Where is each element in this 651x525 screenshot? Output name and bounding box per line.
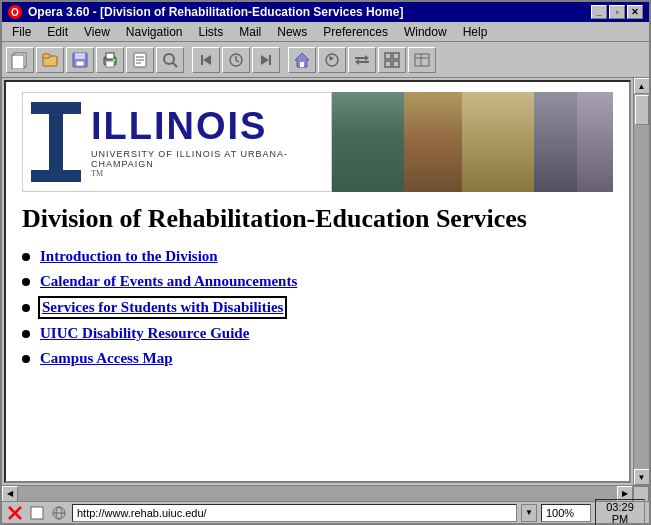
hotlist-button[interactable] [408,47,436,73]
list-item: UIUC Disability Resource Guide [22,325,613,342]
services-link[interactable]: Services for Students with Disabilities [40,298,285,317]
bullet-icon [22,355,30,363]
svg-marker-27 [365,55,369,61]
svg-rect-39 [31,507,43,519]
svg-rect-23 [300,62,304,67]
svg-rect-32 [385,61,391,67]
list-item: Calendar of Events and Announcements [22,273,613,290]
menu-news[interactable]: News [269,23,315,41]
banner-logo: ILLINOIS UNIVERSITY OF ILLINOIS AT URBAN… [22,92,332,192]
history-button[interactable] [222,47,250,73]
nav-list: Introduction to the Division Calendar of… [22,248,613,367]
browser-window: O Opera 3.60 - [Division of Rehabilitati… [0,0,651,525]
status-bar: http://www.rehab.uiuc.edu/ ▼ 100% 03:29 … [2,501,649,523]
svg-rect-30 [385,53,391,59]
trademark: TM [91,169,323,178]
banner-photo [332,92,613,192]
list-item: Introduction to the Division [22,248,613,265]
url-text: http://www.rehab.uiuc.edu/ [77,507,207,519]
window-title: Opera 3.60 - [Division of Rehabilitation… [28,5,403,19]
scroll-down-button[interactable]: ▼ [634,469,650,485]
svg-point-15 [164,54,174,64]
toolbar [2,42,649,78]
title-bar-buttons: _ ▫ ✕ [591,5,643,19]
horizontal-scrollbar: ◀ ▶ [2,485,649,501]
svg-line-16 [173,63,177,67]
illinois-word: ILLINOIS [91,107,323,145]
menu-file[interactable]: File [4,23,39,41]
illinois-text: ILLINOIS UNIVERSITY OF ILLINOIS AT URBAN… [91,107,323,178]
content-area[interactable]: ILLINOIS UNIVERSITY OF ILLINOIS AT URBAN… [4,80,631,483]
intro-link[interactable]: Introduction to the Division [40,248,218,265]
svg-marker-20 [261,55,269,65]
title-bar-left: O Opera 3.60 - [Division of Rehabilitati… [8,5,403,19]
bullet-icon [22,278,30,286]
page-heading: Division of Rehabilitation-Education Ser… [22,204,613,234]
scroll-up-button[interactable]: ▲ [634,78,650,94]
title-bar: O Opera 3.60 - [Division of Rehabilitati… [2,2,649,22]
calendar-link[interactable]: Calendar of Events and Announcements [40,273,297,290]
home-button[interactable] [288,47,316,73]
menu-help[interactable]: Help [455,23,496,41]
reload-button[interactable] [318,47,346,73]
list-item: Campus Access Map [22,350,613,367]
save-button[interactable] [66,47,94,73]
scroll-thumb[interactable] [635,95,649,125]
svg-marker-29 [355,59,359,65]
svg-rect-34 [415,54,429,66]
menu-lists[interactable]: Lists [191,23,232,41]
guide-link[interactable]: UIUC Disability Resource Guide [40,325,249,342]
new-button[interactable] [6,47,34,73]
svg-rect-8 [106,53,114,59]
svg-rect-1 [12,55,24,69]
menu-view[interactable]: View [76,23,118,41]
zoom-level: 100% [541,504,591,522]
university-banner: ILLINOIS UNIVERSITY OF ILLINOIS AT URBAN… [22,92,613,192]
svg-marker-25 [329,56,334,61]
menu-navigation[interactable]: Navigation [118,23,191,41]
svg-rect-5 [75,53,85,59]
bullet-icon [22,253,30,261]
vertical-scrollbar: ▲ ▼ [633,78,649,485]
scroll-track[interactable] [634,94,649,469]
scroll-left-button[interactable]: ◀ [2,486,18,502]
university-subtitle: UNIVERSITY OF ILLINOIS AT URBANA-CHAMPAI… [91,149,323,169]
open-button[interactable] [36,47,64,73]
menu-preferences[interactable]: Preferences [315,23,396,41]
bullet-icon [22,304,30,312]
svg-rect-9 [106,61,114,67]
svg-point-24 [326,54,338,66]
print-button[interactable] [96,47,124,73]
list-item: Services for Students with Disabilities [22,298,613,317]
menu-mail[interactable]: Mail [231,23,269,41]
svg-rect-3 [43,54,50,58]
bullet-icon [22,330,30,338]
browser-area: ILLINOIS UNIVERSITY OF ILLINOIS AT URBAN… [2,78,649,485]
status-globe-icon [50,504,68,522]
status-page-icon [28,504,46,522]
page-content: ILLINOIS UNIVERSITY OF ILLINOIS AT URBAN… [6,82,629,385]
h-scroll-track[interactable] [18,486,617,501]
forward-button[interactable] [252,47,280,73]
menu-edit[interactable]: Edit [39,23,76,41]
svg-marker-17 [203,55,211,65]
back-button[interactable] [192,47,220,73]
svg-rect-33 [393,61,399,67]
menu-bar: File Edit View Navigation Lists Mail New… [2,22,649,42]
close-button[interactable]: ✕ [627,5,643,19]
svg-rect-31 [393,53,399,59]
restore-button[interactable]: ▫ [609,5,625,19]
minimize-button[interactable]: _ [591,5,607,19]
svg-rect-6 [76,61,84,66]
map-link[interactable]: Campus Access Map [40,350,173,367]
transfer-button[interactable] [348,47,376,73]
url-field[interactable]: http://www.rehab.uiuc.edu/ [72,504,517,522]
menu-window[interactable]: Window [396,23,455,41]
svg-point-10 [113,58,116,61]
search-button[interactable] [156,47,184,73]
opera-icon: O [8,5,22,19]
document-button[interactable] [126,47,154,73]
url-dropdown[interactable]: ▼ [521,504,537,522]
tile-button[interactable] [378,47,406,73]
status-icon [6,504,24,522]
